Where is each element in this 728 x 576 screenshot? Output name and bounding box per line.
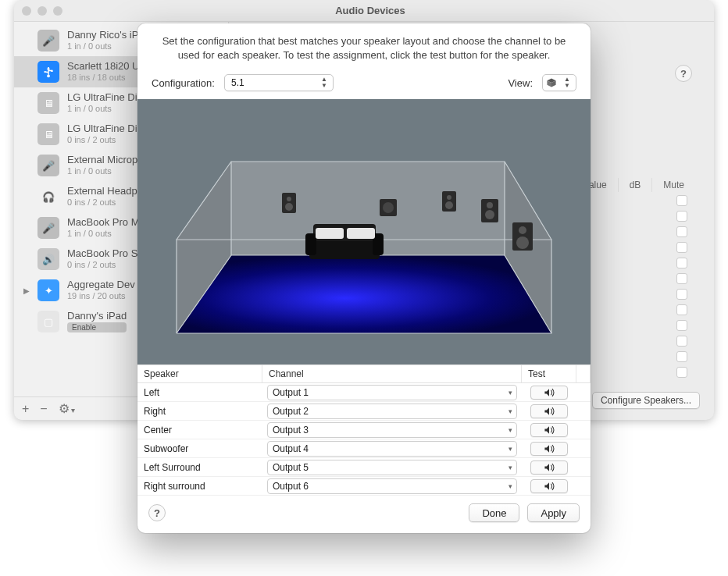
channel-popup[interactable]: Output 4 (267, 441, 517, 457)
microphone-icon: 🎤 (37, 30, 59, 52)
svg-rect-28 (305, 233, 316, 255)
svg-rect-30 (316, 228, 344, 239)
display-icon: 🖥 (37, 123, 59, 145)
remove-device-button[interactable]: − (40, 402, 47, 416)
device-name: External Microp (67, 155, 137, 166)
device-name: LG UltraFine Di (67, 123, 137, 135)
speaker-name: Subwoofer (137, 443, 262, 454)
device-name: MacBook Pro S (67, 248, 137, 260)
table-row: Subwoofer Output 4 (137, 439, 591, 458)
table-row: Right surround Output 6 (137, 477, 591, 496)
speaker-table-header: Speaker Channel Test (137, 364, 591, 383)
svg-point-21 (487, 202, 493, 208)
svg-point-19 (383, 202, 394, 213)
device-io: 0 ins / 2 outs (67, 197, 137, 208)
channel-popup[interactable]: Output 2 (267, 404, 517, 419)
device-name: Danny Rico's iP (67, 30, 138, 41)
table-row: Center Output 3 (137, 421, 591, 439)
headphones-icon: 🎧 (37, 186, 59, 208)
channel-popup[interactable]: Output 1 (267, 385, 517, 400)
test-speaker-button[interactable] (530, 404, 568, 418)
device-name: MacBook Pro M (67, 217, 139, 229)
view-popup[interactable]: ▲▼ (542, 74, 576, 91)
test-speaker-button[interactable] (530, 460, 568, 475)
test-speaker-button[interactable] (530, 423, 568, 437)
mute-checkbox[interactable] (676, 211, 687, 222)
device-name: Danny's iPad (67, 311, 127, 322)
configure-speakers-sheet: Set the configuration that best matches … (137, 23, 591, 533)
mute-checkbox[interactable] (676, 304, 687, 315)
mute-checkbox[interactable] (676, 195, 687, 206)
svg-rect-31 (347, 228, 375, 239)
device-io: 1 in / 0 outs (67, 104, 137, 114)
microphone-icon: 🎤 (37, 155, 59, 176)
svg-point-13 (287, 197, 291, 201)
configure-speakers-button[interactable]: Configure Speakers... (592, 392, 700, 409)
speaker-name: Left Surround (137, 462, 262, 473)
display-icon: 🖥 (37, 92, 59, 114)
help-button[interactable]: ? (148, 504, 166, 521)
device-io: 19 ins / 20 outs (67, 291, 135, 301)
header-test: Test (522, 365, 576, 382)
mute-checkbox[interactable] (676, 258, 687, 268)
ipad-icon: ▢ (37, 311, 59, 332)
svg-point-24 (519, 226, 526, 234)
header-channel: Channel (262, 365, 522, 382)
svg-point-22 (485, 210, 494, 219)
svg-point-0 (47, 74, 50, 77)
mute-checkbox[interactable] (676, 351, 687, 362)
microphone-icon: 🎤 (37, 217, 59, 239)
device-io: 1 in / 0 outs (67, 166, 137, 176)
sheet-footer: ? Done Apply (137, 496, 591, 533)
aggregate-icon: ✦ (37, 279, 59, 301)
configuration-label: Configuration: (152, 77, 215, 89)
updown-icon: ▲▼ (562, 76, 573, 89)
gear-icon[interactable]: ⚙ (59, 401, 76, 416)
device-io: 1 in / 0 outs (67, 41, 138, 52)
add-device-button[interactable]: + (22, 402, 29, 416)
help-button[interactable]: ? (675, 65, 692, 82)
column-mute: Mute (651, 178, 695, 192)
table-row: Left Surround Output 5 (137, 458, 591, 477)
mute-checkbox[interactable] (676, 273, 687, 284)
sheet-instructions: Set the configuration that best matches … (137, 23, 591, 71)
device-io: 0 ins / 2 outs (67, 260, 137, 270)
test-speaker-button[interactable] (530, 442, 568, 456)
test-speaker-button[interactable] (530, 479, 568, 493)
room-3d-view[interactable] (137, 99, 591, 364)
device-name: External Headp (67, 186, 137, 197)
configuration-value: 5.1 (231, 77, 244, 88)
mute-checkbox[interactable] (676, 367, 687, 378)
svg-point-14 (285, 203, 293, 211)
header-speaker: Speaker (137, 365, 262, 382)
speaker-name: Left (137, 387, 262, 398)
channel-popup[interactable]: Output 5 (267, 460, 517, 475)
updown-icon: ▲▼ (319, 76, 330, 89)
device-name: LG UltraFine Di (67, 92, 137, 104)
mute-checkbox[interactable] (676, 320, 687, 331)
svg-point-25 (516, 236, 529, 249)
mute-checkbox[interactable] (676, 336, 687, 347)
apply-button[interactable]: Apply (527, 503, 580, 522)
mute-checkbox[interactable] (676, 242, 687, 253)
channel-popup[interactable]: Output 6 (267, 478, 517, 494)
close-icon[interactable] (22, 6, 31, 16)
window-title: Audio Devices (34, 5, 706, 16)
test-speaker-button[interactable] (530, 386, 568, 400)
enable-badge[interactable]: Enable (67, 322, 127, 333)
chevron-right-icon[interactable]: ▶ (23, 286, 30, 295)
mute-checkbox[interactable] (676, 289, 687, 300)
cube-icon (546, 77, 557, 88)
column-db: dB (618, 178, 652, 192)
speaker-icon: 🔊 (37, 248, 59, 270)
mute-checkbox[interactable] (676, 226, 687, 237)
view-label: View: (508, 77, 533, 89)
speaker-name: Right (137, 406, 262, 417)
speaker-name: Center (137, 425, 262, 436)
channel-popup[interactable]: Output 3 (267, 422, 517, 438)
done-button[interactable]: Done (469, 503, 519, 522)
device-name: Aggregate Dev (67, 279, 135, 291)
usb-icon (37, 61, 59, 83)
svg-point-16 (447, 195, 451, 200)
configuration-popup[interactable]: 5.1 ▲▼ (224, 74, 334, 91)
